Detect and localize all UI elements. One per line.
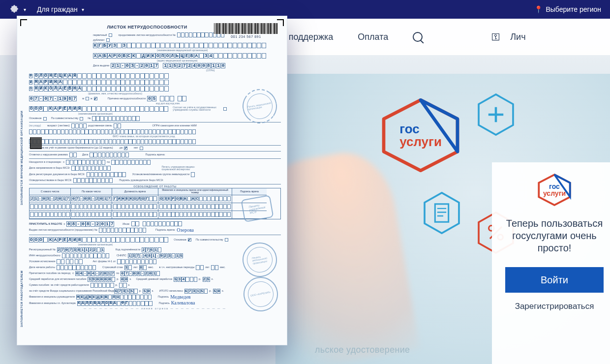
r2-doc — [159, 204, 231, 209]
emp-sum-kop-cells — [119, 283, 126, 288]
label-accountant: Фамилия и инициалы гл. бухгалтера — [29, 302, 76, 305]
nonins-y-cells — [196, 265, 203, 270]
label-doctor-sign: Подпись врача: — [145, 153, 165, 156]
label-emp-sum: Сумма пособия: за счёт средств работодат… — [29, 284, 89, 287]
label-primary: первичный — [93, 34, 107, 37]
audience-selector[interactable]: Для граждан ▾ — [37, 5, 84, 13]
th-from: С какого числа — [30, 188, 71, 195]
other-date-cells — [143, 221, 182, 226]
r3-to — [71, 212, 111, 217]
label-mse-head-sign: Подпись руководителя бюро МСЭ: — [119, 179, 163, 182]
section-label-employer: ЗАПОЛНЯЕТСЯ РАБОТОДАТЕЛЕМ — [20, 257, 24, 341]
act-date-cells — [117, 259, 156, 264]
avg-earn-kop-cells: 00 — [121, 277, 128, 282]
label-years: лет — [133, 266, 138, 269]
label-mse-docs: Дата регистрации документов в бюро МСЭ: — [29, 173, 85, 176]
label-mse-referral: Дата направления в бюро МСЭ: — [29, 167, 70, 170]
cause-code-cells: 05 — [147, 96, 156, 101]
hosp-to-cells — [111, 160, 151, 165]
mse-docs-cells — [87, 172, 126, 177]
logo-text-top: гос — [399, 122, 442, 135]
label-mse-exam: Освидетельствован в бюро МСЭ: — [29, 179, 72, 182]
menu-item-account[interactable]: Лич — [510, 32, 525, 42]
th-doctor: Фамилия и инициалы врача или идентификац… — [158, 188, 232, 195]
years-cells: 3 — [124, 265, 132, 270]
label-sign2: Подпись — [159, 302, 170, 305]
label-hospital: Находился в стационаре: — [29, 161, 61, 164]
register-link[interactable]: Зарегистрироваться — [515, 302, 594, 311]
hero-area: госуслуги гос услуги Теперь пользоваться… — [275, 74, 610, 364]
label-main2: Основное — [174, 239, 186, 242]
label-ins-years: Страховой стаж — [102, 266, 123, 269]
map-pin-icon: 📍 — [534, 5, 543, 13]
org-name-note: (наименование медицинской организации) — [157, 49, 281, 52]
label-number: № — [88, 117, 91, 120]
label-combine: По совместительству — [51, 117, 79, 120]
checkbox-on-register — [223, 107, 227, 111]
label-nonins: в т.ч. нестраховые периоды — [159, 266, 195, 269]
document-title: ЛИСТОК НЕТРУДОСПОСОБНОСТИ — [93, 25, 201, 30]
th-to: По какое число — [71, 188, 112, 195]
org-addr-cells: ХАБАРОВСК ДИКОПОЛЬЦЕВА 34 — [93, 53, 266, 59]
label-female: ж — [91, 97, 92, 100]
label-duplicate: дубликат — [93, 39, 105, 42]
dob-cells: 07-07-1987 — [29, 96, 77, 101]
name-cells: МАРИНА — [34, 80, 169, 85]
other-code-cells — [131, 221, 139, 226]
label-combine2: По совместительству — [196, 239, 223, 242]
chevron-down-icon[interactable]: ▾ — [24, 7, 26, 12]
r1-doc-cells: ОЗЕРОВА АС — [159, 196, 231, 201]
search-icon[interactable] — [413, 32, 423, 42]
label-from2: с — [63, 223, 65, 226]
reg-no-cells: 2707381122 1 — [57, 247, 104, 252]
total-rub-cells: 67315 — [184, 289, 208, 294]
r2-from — [30, 204, 69, 209]
label-mse-stamp: Печать учреждения медико-социальной эксп… — [161, 166, 201, 171]
label-start-date: Дата начала работы — [29, 266, 55, 269]
label-no: нет — [134, 147, 138, 150]
lab-rub1: р. — [117, 278, 119, 281]
label-issued-cont: Выдан листок нетрудоспособности (продолж… — [29, 229, 97, 232]
prefix-o: О — [29, 87, 32, 91]
menu-item-payment[interactable]: Оплата — [358, 32, 388, 42]
snils-cells: 137-481-923-15 — [128, 253, 183, 258]
label-avg-earn: Средний заработок для исчисления пособия — [29, 278, 86, 281]
label-issue-date: Дата выдачи — [93, 64, 109, 67]
label-male: м — [82, 97, 84, 100]
label-disability: Установлена/изменена группа инвалидности — [132, 173, 190, 176]
label-sign1: Подпись — [158, 296, 169, 299]
th-sign: Подпись врача — [232, 188, 267, 195]
barcode-number: 001 234 567 891 — [214, 35, 278, 38]
label-continuation: продолжение листка нетрудоспособности № — [119, 34, 176, 37]
region-selector[interactable]: 📍 Выберите регион — [534, 5, 601, 13]
label-benefit-period: Причитается пособие за период: — [29, 272, 71, 275]
label-daily: Средний дневной заработок — [136, 278, 172, 281]
label-violations: Отметки о нарушении режима — [29, 153, 68, 156]
label-start-work: ПРИСТУПИТЬ К РАБОТЕ — [29, 223, 62, 226]
linked-number-cells — [92, 116, 139, 121]
logo-text-bottom: услуги — [399, 135, 442, 148]
audience-label: Для граждан — [37, 5, 78, 13]
lab-kop1: к. — [129, 278, 131, 281]
r3-from — [30, 212, 69, 217]
label-to: по — [107, 161, 110, 164]
label-main-job: Основное — [29, 117, 42, 120]
checkbox-duplicate — [106, 38, 110, 42]
crop-mark-icon — [20, 19, 27, 26]
emp-name-cells: ООО КАРЕЛИЯ — [29, 237, 168, 243]
patronymic-cells: НИКОЛАЕВНА — [34, 86, 169, 91]
head-signature: Медведев — [170, 295, 190, 300]
login-button[interactable]: Войти — [505, 267, 604, 293]
r1-pos-cells: ГИНЕКОЛОГ — [113, 196, 156, 201]
hex-icon-plus — [477, 93, 515, 136]
sick-leave-document: ЗАПОЛНЯЕТСЯ ВРАЧОМ МЕДИЦИНСКОЙ ОРГАНИЗАЦ… — [17, 16, 287, 345]
doctor-signature: Озерова — [177, 228, 194, 233]
svg-rect-4 — [435, 204, 448, 222]
lab-kop5: к. — [222, 290, 224, 293]
violation-date-cells — [90, 152, 129, 157]
cause-add-cells — [160, 96, 174, 101]
key-icon[interactable]: ⚿ — [491, 32, 500, 42]
label-yes: да — [120, 147, 122, 150]
label-on-register: Состоит на учёте в государственных учреж… — [173, 106, 222, 112]
ogrn-note: (ОГРН) — [206, 69, 281, 72]
